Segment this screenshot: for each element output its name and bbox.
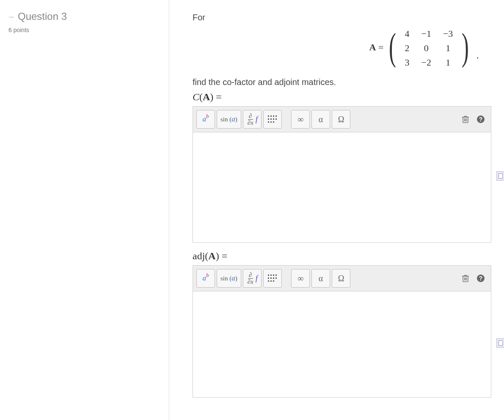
matrix-cell: 4 [399,27,416,41]
omega-button[interactable]: Ω [332,269,350,288]
svg-rect-23 [270,280,272,282]
label-C: C [193,91,199,102]
document-icon [498,173,503,178]
svg-rect-5 [270,118,272,120]
toolbar-f: f [256,274,258,283]
adjoint-input[interactable] [193,291,491,397]
cofactor-label: C(A) = [193,91,491,103]
toolbar-partial-top: ∂ [248,113,253,120]
cofactor-input[interactable] [193,132,491,242]
svg-text:?: ? [479,275,483,282]
toolbar-a: a [203,115,207,124]
svg-rect-15 [270,275,272,276]
label-open-paren: ( [199,91,203,102]
editor-toolbar: ab sin (a) ∂∂x f [193,107,491,132]
infinity-button[interactable]: ∞ [291,110,310,129]
help-button[interactable]: ? [474,111,487,128]
help-button[interactable]: ? [474,270,487,287]
matrix-cell: 0 [416,41,437,55]
matrix-display: ( 4 −1 −3 2 0 1 3 −2 1 [386,27,472,70]
toolbar-sin-close: ) [235,275,237,282]
help-icon: ? [476,115,485,124]
clear-button[interactable] [459,111,472,128]
svg-rect-8 [268,121,269,123]
matrix-row: 3 −2 1 [399,55,459,70]
trash-icon [462,274,469,283]
toolbar-a: a [203,274,207,283]
label-adj-close: ) = [216,250,228,261]
exponent-button[interactable]: ab [196,110,215,129]
alpha-button[interactable]: α [311,269,330,288]
matrix-row: 2 0 1 [399,41,459,55]
trig-button[interactable]: sin (a) [217,110,241,129]
matrix-grid-icon [268,275,277,282]
svg-rect-24 [273,280,274,282]
question-content: For A = ( 4 −1 −3 2 0 1 [169,0,504,420]
svg-text:?: ? [479,116,483,123]
svg-rect-2 [273,115,274,117]
matrix-cell: 3 [399,55,416,70]
matrix-row: 4 −1 −3 [399,27,459,41]
exponent-button[interactable]: ab [196,269,215,288]
matrix-lhs: A [369,42,376,52]
label-close-eq: ) = [210,91,222,102]
calculus-button[interactable]: ∂∂x f [243,269,262,288]
matrix-cell: −1 [416,27,437,41]
toolbar-sin-close: ) [235,116,237,123]
svg-rect-14 [268,275,269,276]
toolbar-b-sup: b [206,113,209,120]
equals-sign: = [376,42,386,52]
side-tab-button[interactable] [496,171,504,181]
trash-icon [462,115,469,124]
svg-rect-3 [275,115,277,117]
omega-button[interactable]: Ω [332,110,350,129]
help-icon: ? [476,274,485,283]
paren-left-icon: ( [389,30,396,63]
alpha-button[interactable]: α [311,110,330,129]
toolbar-sin: sin ( [220,116,231,123]
toolbar-b-sup: b [206,272,209,279]
svg-rect-4 [268,118,269,120]
svg-rect-9 [270,121,272,123]
question-header[interactable]: – Question 3 [8,11,160,22]
svg-rect-18 [268,277,269,279]
svg-rect-21 [275,277,277,279]
svg-rect-20 [273,277,274,279]
matrix-cell: 1 [437,55,459,70]
toolbar-partial-top: ∂ [248,272,253,279]
toolbar-partial-bot: ∂x [247,120,254,126]
matrix-table: 4 −1 −3 2 0 1 3 −2 1 [399,27,459,70]
question-points: 6 points [8,27,160,33]
matrix-cell: −2 [416,55,437,70]
clear-button[interactable] [459,270,472,287]
svg-rect-17 [275,275,277,276]
svg-rect-10 [273,121,274,123]
question-sidebar: – Question 3 6 points [0,0,169,420]
collapse-icon[interactable]: – [8,12,14,22]
infinity-icon: ∞ [297,274,303,283]
label-adj-A: A [208,250,215,261]
toolbar-partial-bot: ∂x [247,279,254,285]
matrix-button[interactable] [263,110,282,129]
toolbar-sin: sin ( [220,275,231,282]
matrix-button[interactable] [263,269,282,288]
svg-rect-16 [273,275,274,276]
paren-right-icon: ) [462,30,469,63]
svg-rect-0 [268,115,269,117]
alpha-icon: α [319,115,323,124]
cofactor-editor: ab sin (a) ∂∂x f [193,106,491,243]
calculus-button[interactable]: ∂∂x f [243,110,262,129]
trig-button[interactable]: sin (a) [217,269,241,288]
svg-rect-6 [273,118,274,120]
adjoint-editor: ab sin (a) ∂∂x f [193,265,491,398]
svg-rect-19 [270,277,272,279]
toolbar-sin-a: a [231,274,235,283]
side-tab-button[interactable] [496,338,504,348]
infinity-icon: ∞ [297,115,303,124]
prompt-intro: For [193,13,491,22]
prompt-instruction: find the co-factor and adjoint matrices. [193,77,491,87]
matrix-cell: −3 [437,27,459,41]
question-title: Question 3 [18,11,67,22]
editor-toolbar: ab sin (a) ∂∂x f [193,266,491,291]
infinity-button[interactable]: ∞ [291,269,310,288]
